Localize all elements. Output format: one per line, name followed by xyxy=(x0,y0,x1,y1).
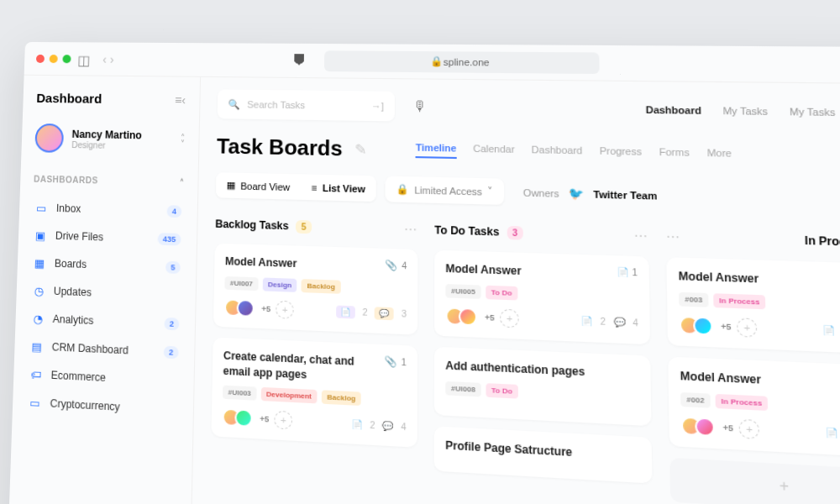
boards-icon: ▦ xyxy=(33,255,47,270)
kanban-board: Backlog Tasks5⋯ Model Answer📎4 #UI007Des… xyxy=(211,217,840,504)
list-icon: ≡ xyxy=(312,182,318,193)
add-member-icon[interactable]: + xyxy=(275,411,293,430)
add-member-icon[interactable]: + xyxy=(739,418,760,438)
add-member-icon[interactable]: + xyxy=(276,300,294,318)
sidebar-item-inbox[interactable]: ▭Inbox4 xyxy=(33,194,184,226)
board-view-button[interactable]: ▦Board View xyxy=(216,172,301,200)
page-title: Task Boards xyxy=(217,134,343,161)
chevron-updown-icon[interactable]: ˄˅ xyxy=(181,134,185,146)
clock-icon: ◷ xyxy=(32,283,46,297)
edit-icon[interactable]: ✎ xyxy=(355,140,367,157)
traffic-lights[interactable] xyxy=(36,54,71,62)
task-card[interactable]: Model Answer📎4 #UI007DesignBacklog +5+📄2… xyxy=(213,244,418,335)
analytics-icon: ◔ xyxy=(30,311,45,325)
search-input[interactable]: 🔍Search Tasks→] xyxy=(218,89,395,121)
user-role: Designer xyxy=(71,139,142,150)
back-icon[interactable]: ‹ xyxy=(102,52,107,66)
file-icon: 📄 xyxy=(580,316,592,327)
column-process: ⋯In Process2 Model Answer📄1 #003In Proce… xyxy=(666,229,840,504)
nav-mytasks[interactable]: My Tasks xyxy=(722,105,768,117)
add-member-icon[interactable]: + xyxy=(737,318,757,338)
search-icon: 🔍 xyxy=(228,98,240,110)
collapse-icon[interactable]: ≡‹ xyxy=(175,92,186,106)
tag-icon: 🏷 xyxy=(29,367,43,382)
column-todo: To Do Tasks3⋯ Model Answer📄1 #UI005To Do… xyxy=(434,223,653,500)
column-menu-icon[interactable]: ⋯ xyxy=(404,222,417,237)
attachment-icon: 📎 xyxy=(385,355,397,368)
nav-mytasks2[interactable]: My Tasks xyxy=(790,106,836,118)
list-view-button[interactable]: ≡List View xyxy=(301,174,376,202)
inbox-icon: ▭ xyxy=(34,201,48,215)
attachment-icon: 📎 xyxy=(385,260,397,271)
file-icon: 📄 xyxy=(351,419,362,430)
file-icon: 📄 xyxy=(822,325,835,336)
tab-more[interactable]: More xyxy=(707,147,732,164)
forward-icon[interactable]: › xyxy=(110,52,114,66)
sidebar-toggle-icon[interactable]: ◫ xyxy=(77,52,91,66)
task-card[interactable]: Model Answer📄1 #003In Process +5+📄2💬4 xyxy=(666,257,840,354)
user-profile[interactable]: Nancy Martino Designer ˄˅ xyxy=(34,123,185,155)
grid-icon: ▦ xyxy=(227,180,236,192)
add-card-button[interactable]: + xyxy=(669,457,840,504)
sidebar-section-header[interactable]: DASHBOARDS˄ xyxy=(34,175,184,187)
task-card[interactable]: Profile Page Satructure xyxy=(434,426,653,484)
add-member-icon[interactable]: + xyxy=(500,308,519,328)
owners-label: Owners xyxy=(523,186,559,198)
column-menu-icon[interactable]: ⋯ xyxy=(666,229,681,244)
tab-forms[interactable]: Forms xyxy=(659,146,690,163)
mic-icon[interactable]: 🎙 xyxy=(412,98,427,114)
nav-dashboard[interactable]: Dashboard xyxy=(646,104,701,116)
task-card[interactable]: Add authentication pages #UI008To Do xyxy=(434,346,652,425)
avatar xyxy=(34,123,64,153)
url-bar[interactable]: 🔒 spline.one xyxy=(324,50,600,74)
comment-icon: 💬 xyxy=(375,307,394,320)
lock-icon: 🔒 xyxy=(396,183,408,195)
top-nav: Dashboard My Tasks My Tasks Reporting Po… xyxy=(646,104,840,120)
file-icon: 📄 xyxy=(825,428,837,439)
main-content: 🔍Search Tasks→] 🎙 Dashboard My Tasks My … xyxy=(189,77,840,504)
comment-icon: 💬 xyxy=(613,318,625,328)
access-dropdown[interactable]: 🔒Limited Access˅ xyxy=(385,176,504,205)
task-card[interactable]: Create calendar, chat and email app page… xyxy=(211,337,417,448)
tab-dashboard[interactable]: Dashboard xyxy=(532,144,583,162)
comment-icon: 💬 xyxy=(382,421,393,432)
user-name: Nancy Martino xyxy=(71,128,142,141)
tab-calendar[interactable]: Calendar xyxy=(473,143,515,160)
team-name: Twitter Team xyxy=(593,188,657,201)
drive-icon: ▣ xyxy=(34,228,47,243)
tab-progress[interactable]: Progress xyxy=(600,145,643,162)
task-card[interactable]: Model Answer📄1 #UI005To Do +5+📄2💬4 xyxy=(434,250,650,344)
crm-icon: ▤ xyxy=(29,339,44,354)
enter-icon: →] xyxy=(371,101,384,112)
attachment-icon: 📄 xyxy=(617,267,628,278)
task-card[interactable]: Model Answer📄1 #002In Process +5+📄2💬4 xyxy=(668,356,840,458)
sidebar-title: Dashboard xyxy=(36,91,102,106)
twitter-icon: 🐦 xyxy=(569,186,584,201)
column-backlog: Backlog Tasks5⋯ Model Answer📎4 #UI007Des… xyxy=(211,217,418,486)
tab-timeline[interactable]: Timeline xyxy=(416,142,457,159)
card-icon: ▭ xyxy=(28,395,42,410)
chevron-down-icon: ˅ xyxy=(488,186,494,197)
shield-icon[interactable]: ⛊ xyxy=(292,53,307,69)
column-menu-icon[interactable]: ⋯ xyxy=(634,228,649,244)
chevron-up-icon: ˄ xyxy=(179,177,184,187)
sidebar: Dashboard ≡‹ Nancy Martino Designer ˄˅ D… xyxy=(4,76,201,504)
file-icon: 📄 xyxy=(336,305,355,318)
tabs: Timeline Calendar Dashboard Progress For… xyxy=(416,142,732,164)
